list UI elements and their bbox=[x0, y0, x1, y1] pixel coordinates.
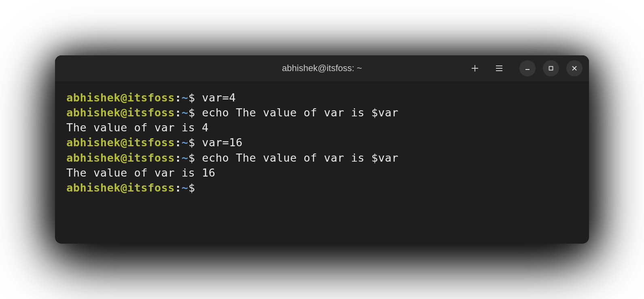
new-tab-button[interactable] bbox=[468, 61, 482, 76]
terminal-window: abhishek@itsfoss: ~ bbox=[55, 55, 589, 244]
plus-icon bbox=[470, 64, 479, 73]
prompt-user-host: abhishek@itsfoss bbox=[66, 91, 175, 104]
prompt-dollar: $ bbox=[189, 181, 202, 194]
prompt-user-host: abhishek@itsfoss bbox=[66, 136, 175, 149]
terminal-line: The value of var is 16 bbox=[66, 165, 578, 180]
titlebar: abhishek@itsfoss: ~ bbox=[55, 55, 589, 81]
menu-button[interactable] bbox=[492, 61, 506, 76]
maximize-button[interactable] bbox=[543, 60, 559, 76]
output-text: The value of var is 16 bbox=[66, 166, 216, 179]
prompt-path: ~ bbox=[182, 91, 189, 104]
hamburger-icon bbox=[495, 64, 504, 73]
close-icon bbox=[571, 65, 578, 72]
command-text: var=16 bbox=[202, 136, 243, 149]
prompt-path: ~ bbox=[182, 106, 189, 119]
prompt-user-host: abhishek@itsfoss bbox=[66, 181, 175, 194]
minimize-button[interactable] bbox=[519, 60, 536, 76]
command-text: echo The value of var is $var bbox=[202, 106, 398, 119]
prompt-user-host: abhishek@itsfoss bbox=[66, 152, 175, 164]
prompt-path: ~ bbox=[182, 136, 189, 149]
prompt-colon: : bbox=[175, 91, 182, 104]
prompt-user-host: abhishek@itsfoss bbox=[66, 106, 175, 119]
terminal-line: abhishek@itsfoss:~$ echo The value of va… bbox=[66, 105, 578, 120]
window-title: abhishek@itsfoss: ~ bbox=[282, 63, 362, 74]
prompt-colon: : bbox=[175, 106, 182, 119]
prompt-dollar: $ bbox=[189, 136, 202, 149]
terminal-line: abhishek@itsfoss:~$ var=16 bbox=[66, 135, 578, 150]
terminal-line: The value of var is 4 bbox=[66, 120, 578, 135]
prompt-dollar: $ bbox=[189, 152, 202, 164]
prompt-colon: : bbox=[175, 136, 182, 149]
prompt-path: ~ bbox=[182, 152, 189, 164]
minimize-icon bbox=[524, 65, 531, 72]
prompt-dollar: $ bbox=[189, 91, 202, 104]
terminal-line: abhishek@itsfoss:~$ bbox=[66, 180, 578, 195]
svg-rect-6 bbox=[549, 66, 553, 70]
terminal-line: abhishek@itsfoss:~$ echo The value of va… bbox=[66, 150, 578, 165]
titlebar-controls bbox=[468, 60, 583, 76]
prompt-colon: : bbox=[175, 181, 182, 194]
prompt-colon: : bbox=[175, 152, 182, 164]
terminal-line: abhishek@itsfoss:~$ var=4 bbox=[66, 90, 578, 105]
command-text: var=4 bbox=[202, 91, 236, 104]
maximize-icon bbox=[548, 65, 554, 72]
output-text: The value of var is 4 bbox=[66, 121, 209, 134]
prompt-dollar: $ bbox=[189, 106, 202, 119]
close-button[interactable] bbox=[566, 60, 583, 76]
prompt-path: ~ bbox=[182, 181, 189, 194]
terminal-body[interactable]: abhishek@itsfoss:~$ var=4abhishek@itsfos… bbox=[55, 81, 589, 244]
command-text: echo The value of var is $var bbox=[202, 152, 398, 164]
